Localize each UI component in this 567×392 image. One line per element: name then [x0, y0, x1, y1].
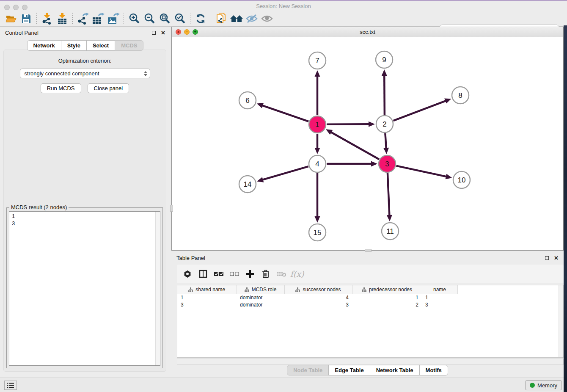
memory-button[interactable]: Memory: [525, 380, 562, 390]
graph-edge-2-8[interactable]: [394, 101, 446, 121]
tab-network-table[interactable]: Network Table: [370, 365, 420, 375]
graph-edge-1-2[interactable]: [327, 124, 369, 124]
mcds-result-textarea[interactable]: 1 3: [9, 211, 160, 366]
graph-edge-1-6[interactable]: [262, 105, 308, 121]
zoom-out-button[interactable]: [142, 12, 157, 25]
import-network-button[interactable]: [39, 12, 55, 25]
dropdown-stepper-icon: [144, 71, 147, 76]
column-header-shared-name[interactable]: shared name: [177, 285, 237, 294]
column-header-MCDS-role[interactable]: MCDS role: [237, 285, 284, 294]
graph-node-label: 15: [314, 229, 322, 237]
export-table-icon: [92, 13, 105, 25]
unselect-all-button[interactable]: [228, 268, 241, 280]
table-cell[interactable]: dominator: [237, 294, 284, 301]
control-panel-title: Control Panel: [5, 30, 39, 36]
table-cell[interactable]: 2: [352, 301, 422, 308]
edge-arrowhead: [257, 177, 264, 182]
table-horizontal-scrollbar[interactable]: [177, 359, 564, 365]
zoom-in-button[interactable]: [127, 12, 142, 25]
close-window-button[interactable]: [4, 5, 10, 10]
table-cell[interactable]: 3: [422, 301, 457, 308]
close-panel-button[interactable]: Close panel: [88, 83, 129, 93]
columns-icon: [199, 270, 207, 278]
graph-edge-3-1[interactable]: [330, 132, 379, 160]
table-tabs: Node TableEdge TableNetwork TableMotifs: [171, 365, 564, 375]
run-mcds-button[interactable]: Run MCDS: [41, 83, 81, 93]
edge-arrowhead: [382, 69, 387, 76]
table-header-row: shared nameMCDS rolesuccessor nodesprede…: [177, 285, 457, 294]
minimize-window-button[interactable]: [13, 5, 19, 10]
tab-motifs[interactable]: Motifs: [419, 365, 448, 375]
plus-icon: [246, 270, 254, 278]
zoom-fit-button[interactable]: [157, 12, 172, 25]
add-column-button[interactable]: [244, 268, 256, 280]
toolbar-separator: [72, 13, 73, 25]
delete-columns-button[interactable]: [259, 268, 272, 280]
table-cell[interactable]: 1: [422, 294, 457, 301]
network-from-file-button[interactable]: [214, 12, 229, 25]
zoom-window-button[interactable]: [22, 5, 28, 10]
close-panel-icon[interactable]: ✕: [161, 30, 165, 36]
close-panel-icon[interactable]: ✕: [554, 255, 559, 261]
network-canvas[interactable]: 7968124314101511: [172, 37, 563, 250]
column-header-name[interactable]: name: [422, 285, 457, 294]
tab-edge-table[interactable]: Edge Table: [328, 365, 370, 375]
delete-table-button[interactable]: [275, 268, 288, 280]
task-history-button[interactable]: [4, 381, 17, 390]
select-all-button[interactable]: [212, 268, 225, 280]
column-header-successor-nodes[interactable]: successor nodes: [284, 285, 352, 294]
zoom-selected-button[interactable]: [172, 12, 187, 25]
panel-splitter-grip[interactable]: [170, 205, 173, 212]
table-cell[interactable]: 3: [284, 301, 352, 308]
result-scrollbar[interactable]: [155, 212, 160, 365]
graph-edge-3-11[interactable]: [388, 173, 389, 216]
edge-arrowhead: [315, 216, 320, 223]
open-folder-icon: [6, 14, 17, 24]
show-all-button[interactable]: [259, 12, 275, 25]
attribute-tree-icon: [245, 287, 249, 292]
network-window-titlebar[interactable]: scc.txt x − +: [172, 27, 563, 37]
tab-mcds[interactable]: MCDS: [115, 40, 143, 51]
table-cell[interactable]: dominator: [237, 301, 284, 308]
delete-table-icon: [276, 271, 286, 277]
criterion-dropdown[interactable]: strongly connected component: [20, 69, 150, 78]
refresh-button[interactable]: [193, 12, 208, 25]
export-image-button[interactable]: [106, 12, 121, 25]
table-panel-title: Table Panel: [176, 255, 205, 261]
column-header-predecessor-nodes[interactable]: predecessor nodes: [352, 285, 422, 294]
tab-node-table[interactable]: Node Table: [287, 365, 329, 375]
float-panel-icon[interactable]: [545, 256, 549, 260]
panel-splitter-grip[interactable]: [365, 249, 372, 252]
export-table-button[interactable]: [91, 12, 106, 25]
table-cell[interactable]: 1: [177, 294, 237, 301]
table-cell[interactable]: 1: [352, 294, 422, 301]
float-panel-icon[interactable]: [152, 31, 156, 35]
attribute-tree-icon: [188, 287, 193, 292]
open-session-button[interactable]: [3, 12, 19, 25]
table-row[interactable]: 3dominator323: [177, 301, 457, 308]
function-builder-button[interactable]: f(x): [291, 268, 303, 280]
save-session-button[interactable]: [19, 12, 34, 25]
graph-node-label: 3: [385, 160, 389, 168]
tab-network[interactable]: Network: [27, 40, 61, 51]
eye-icon: [261, 14, 273, 24]
column-view-button[interactable]: [197, 268, 209, 280]
graph-node-label: 2: [383, 120, 386, 128]
home-layout-button[interactable]: [229, 12, 244, 25]
graph-edge-2-3[interactable]: [385, 133, 386, 149]
table-vertical-scrollbar[interactable]: [559, 285, 563, 357]
export-network-button[interactable]: [75, 12, 91, 25]
graph-edge-2-9[interactable]: [384, 75, 385, 115]
tab-style[interactable]: Style: [61, 40, 87, 51]
table-cell[interactable]: 3: [177, 301, 237, 308]
table-cell[interactable]: 4: [284, 294, 352, 301]
graph-edge-4-14[interactable]: [262, 166, 308, 180]
table-settings-button[interactable]: [181, 268, 194, 280]
toolbar-separator: [36, 13, 37, 25]
hide-selected-button[interactable]: [244, 12, 259, 25]
desktop-edge: [564, 25, 567, 392]
table-row[interactable]: 1dominator411: [177, 294, 457, 301]
tab-select[interactable]: Select: [86, 40, 115, 51]
graph-edge-3-10[interactable]: [396, 166, 447, 177]
import-table-button[interactable]: [55, 12, 70, 25]
